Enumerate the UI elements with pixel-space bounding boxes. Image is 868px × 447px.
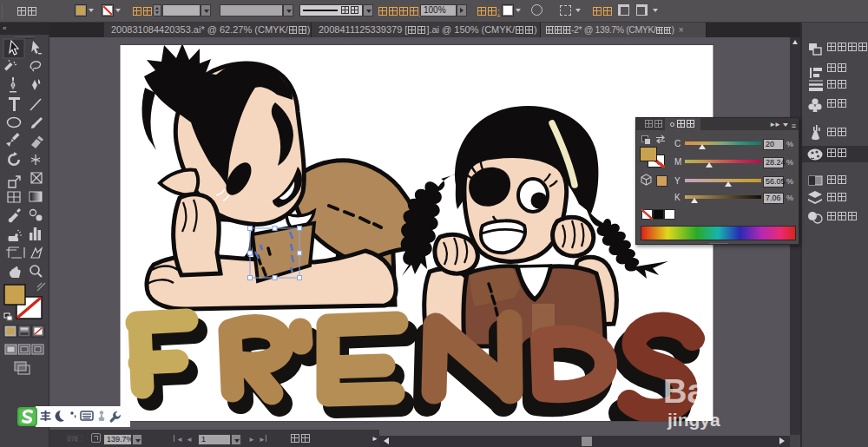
svg-text:jingya: jingya	[667, 410, 720, 430]
svg-text:Ba: Ba	[663, 373, 706, 410]
